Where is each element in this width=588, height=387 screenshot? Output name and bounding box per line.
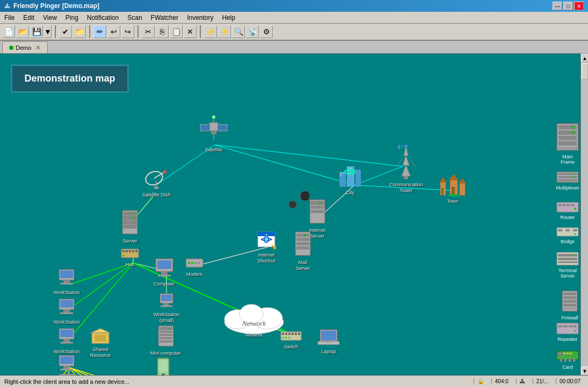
svg-rect-213	[567, 204, 570, 206]
svg-rect-230	[563, 304, 576, 306]
svg-point-88	[168, 328, 170, 330]
workstation3-icon	[58, 327, 75, 348]
status-message: Right-click the client area to add a new…	[4, 378, 469, 385]
menu-ping[interactable]: Ping	[61, 13, 83, 23]
save-button[interactable]: 💾	[30, 25, 43, 38]
internet-shortcut-device[interactable]: e InternetShortcut	[257, 231, 276, 264]
ping-all-button[interactable]: ⚡	[218, 25, 231, 38]
mail-server-device[interactable]: MailServer	[293, 231, 313, 272]
scan-button[interactable]: 📡	[246, 25, 259, 38]
svg-point-55	[188, 262, 190, 264]
laptop-device[interactable]: Laptop	[317, 327, 340, 355]
satellite-device[interactable]: Satellite	[198, 113, 230, 153]
network-cloud-device[interactable]: Network Network	[219, 298, 289, 338]
svg-rect-96	[343, 173, 344, 174]
folder-button[interactable]: 📁	[73, 25, 86, 38]
hub-device[interactable]: Hub	[120, 247, 140, 268]
workstation-small-label: WorkStation(small)	[154, 312, 180, 324]
menu-file[interactable]: File	[0, 13, 19, 23]
delete-button[interactable]: ✕	[184, 25, 197, 38]
city-device[interactable]: City	[338, 161, 362, 196]
workstation3-device[interactable]: WorkStation	[54, 327, 80, 355]
mini-computer-device[interactable]: Mini-computer	[150, 325, 181, 356]
workstation1-device[interactable]: WorkStation	[54, 268, 80, 296]
town-device[interactable]: Town	[439, 172, 466, 205]
comm-tower-device[interactable]: CommunicationTower	[389, 145, 423, 194]
scroll-up-button[interactable]: ▲	[581, 54, 588, 62]
cut-button[interactable]: ✂	[142, 25, 155, 38]
trace-button[interactable]: 🔍	[232, 25, 245, 38]
workstation5-device[interactable]: WorkStation	[54, 373, 80, 375]
workstation-small-device[interactable]: WorkStation(small)	[154, 293, 180, 324]
copy-button[interactable]: ⎘	[156, 25, 169, 38]
switch-device[interactable]: Switch	[280, 330, 302, 350]
pda-device[interactable]: PDA	[156, 357, 171, 375]
menu-edit[interactable]: Edit	[19, 13, 39, 23]
menu-fwatcher[interactable]: FWatcher	[147, 13, 183, 23]
svg-rect-235	[569, 325, 573, 327]
svg-rect-80	[163, 303, 169, 305]
svg-rect-149	[288, 333, 291, 335]
open-button[interactable]: 📂	[16, 25, 29, 38]
shared-resource-device[interactable]: SharedResource	[90, 327, 111, 359]
modem-device[interactable]: Modem	[185, 257, 204, 278]
satellite-icon	[198, 113, 230, 146]
switch-label: Switch	[284, 344, 299, 350]
undo-button[interactable]: ↩	[107, 25, 120, 38]
computer-label: Computer	[154, 281, 175, 287]
settings-button[interactable]: ⚙	[260, 25, 273, 38]
svg-rect-246	[569, 359, 571, 362]
map-canvas[interactable]: Demonstration map Satellite	[0, 54, 588, 375]
city-label: City	[346, 190, 354, 196]
check-button[interactable]: ✔	[59, 25, 72, 38]
scroll-thumb[interactable]	[582, 63, 588, 79]
menu-inventory[interactable]: Inventory	[183, 13, 217, 23]
menu-help[interactable]: Help	[218, 13, 240, 23]
workstation1-label: WorkStation	[54, 290, 80, 296]
tab-demo[interactable]: Demo ✕	[2, 41, 48, 53]
town-icon	[439, 172, 466, 198]
svg-point-155	[289, 337, 291, 339]
edit-mode-button[interactable]: ✏	[93, 25, 106, 38]
mainframe-panel-device[interactable]: MainFrame	[556, 122, 579, 165]
svg-rect-152	[298, 333, 300, 335]
tab-close-button[interactable]: ✕	[35, 44, 41, 52]
maximize-button[interactable]: □	[563, 2, 573, 10]
minimize-button[interactable]: —	[553, 2, 562, 10]
bridge-panel-device[interactable]: Bridge	[556, 227, 579, 244]
new-button[interactable]: 📄	[2, 25, 15, 38]
menu-notification[interactable]: Notification	[83, 13, 123, 23]
svg-rect-53	[158, 275, 171, 276]
statusbar: Right-click the client area to add a new…	[0, 375, 588, 387]
satellite-dish-device[interactable]: Satellite Dish	[142, 166, 171, 198]
workstation2-device[interactable]: WorkStation	[54, 298, 80, 325]
menu-scan[interactable]: Scan	[123, 13, 146, 23]
computer-device[interactable]: Computer	[154, 258, 175, 287]
internet-ball1	[300, 191, 310, 201]
redo-button[interactable]: ↪	[121, 25, 134, 38]
firewall-panel-device[interactable]: Firewall	[560, 290, 579, 320]
close-button[interactable]: ✕	[574, 2, 584, 10]
repeater-panel-device[interactable]: Repeater	[556, 322, 579, 342]
workstation4-device[interactable]: WorkStation	[54, 354, 80, 375]
svg-line-18	[70, 368, 164, 375]
toolbar-sep3	[137, 25, 139, 38]
svg-point-243	[574, 353, 576, 355]
scroll-down-button[interactable]: ▼	[581, 367, 588, 375]
server-device[interactable]: Server	[120, 209, 140, 244]
multiplexer-panel-device[interactable]: Multiplexer	[556, 171, 579, 191]
terminal-server-panel-device[interactable]: TerminalServer	[556, 251, 579, 279]
svg-point-42	[132, 217, 134, 219]
save-drop-button[interactable]: ▼	[44, 25, 52, 38]
toolbar-sep1	[55, 25, 56, 38]
scrollbar-vertical[interactable]: ▲ ▼	[580, 54, 588, 375]
menu-view[interactable]: View	[39, 13, 61, 23]
router-panel-device[interactable]: Router	[556, 201, 579, 220]
paste-button[interactable]: 📋	[170, 25, 183, 38]
svg-rect-48	[135, 250, 137, 252]
ping-button[interactable]: ⚡	[204, 25, 217, 38]
city-icon	[338, 161, 362, 189]
card-panel-device[interactable]: Card	[556, 348, 579, 370]
svg-rect-47	[132, 250, 134, 252]
svg-point-202	[572, 132, 575, 134]
